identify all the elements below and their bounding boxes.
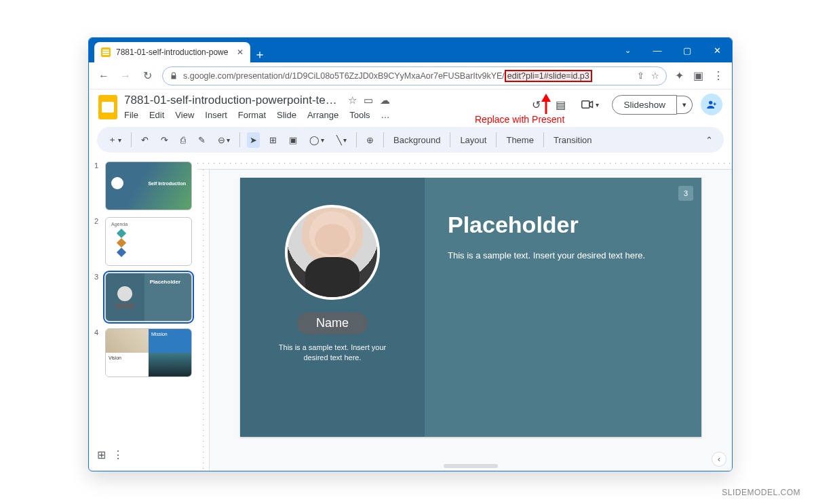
new-slide-button[interactable]: ＋▾ <box>105 132 124 147</box>
speaker-notes-handle[interactable] <box>444 464 498 468</box>
slide-subtitle[interactable]: This is a sample text. Insert your desir… <box>448 250 678 260</box>
slide-thumbnail-4[interactable]: Mission Vision <box>105 328 192 377</box>
url-text: s.google.com/presentation/d/1D9CiL08o5T6… <box>183 71 592 81</box>
zoom-dropdown[interactable]: ⊖▾ <box>215 134 233 147</box>
lock-icon <box>170 72 178 80</box>
slides-favicon-icon <box>101 47 111 57</box>
slide-right-panel: 3 Placeholder This is a sample text. Ins… <box>425 178 701 437</box>
chevron-down-icon: ▾ <box>596 101 599 109</box>
theme-button[interactable]: Theme <box>503 134 536 147</box>
textbox-icon[interactable]: ⊞ <box>267 134 279 147</box>
hide-menus-icon[interactable]: ⌃ <box>703 134 716 147</box>
add-comment-icon[interactable]: ⊕ <box>364 134 376 147</box>
nav-forward-icon[interactable]: → <box>119 70 132 82</box>
slide-canvas[interactable]: Name This is a sample text. Insert your … <box>240 178 701 437</box>
chrome-menu-icon[interactable]: ⋮ <box>713 69 724 82</box>
nav-back-icon[interactable]: ← <box>97 70 111 82</box>
google-slides-logo-icon[interactable] <box>98 95 117 119</box>
thumb4-mission: Mission <box>149 329 191 353</box>
slide-thumbnail-2[interactable]: Agenda <box>105 217 192 266</box>
thumb3-label: Placeholder <box>150 279 186 285</box>
app-actions: ↺ ▤ ▾ Slideshow ▾ <box>528 94 722 115</box>
horizontal-ruler <box>197 157 732 170</box>
share-page-icon[interactable]: ⇧ <box>637 71 644 81</box>
avatar-image[interactable] <box>285 205 380 300</box>
thumb-number: 1 <box>94 161 101 170</box>
menu-slide[interactable]: Slide <box>277 110 296 120</box>
window-controls: ⌄ — ▢ ✕ <box>613 38 732 62</box>
address-bar-row: ← → ↻ s.google.com/presentation/d/1D9CiL… <box>89 62 732 90</box>
line-dropdown[interactable]: ╲▾ <box>334 134 349 147</box>
menu-more[interactable]: … <box>381 110 390 120</box>
slide-stage[interactable]: Name This is a sample text. Insert your … <box>210 170 732 471</box>
insert-image-icon[interactable]: ▣ <box>286 134 300 147</box>
tab-close-icon[interactable]: ✕ <box>237 47 244 57</box>
bookmark-star-icon[interactable]: ☆ <box>651 71 659 81</box>
thumb-number: 4 <box>94 328 101 336</box>
window-maximize-icon[interactable]: ▢ <box>672 38 702 62</box>
transition-button[interactable]: Transition <box>551 134 595 147</box>
browser-actions: ✦ ▣ ⋮ <box>675 69 724 82</box>
vertical-ruler <box>197 170 210 471</box>
slide-title[interactable]: Placeholder <box>448 212 678 238</box>
tab-title: 7881-01-self-introduction-powe <box>116 47 228 57</box>
version-history-icon[interactable]: ↺ <box>528 96 544 113</box>
left-description[interactable]: This is a sample text. Insert your desir… <box>278 343 387 364</box>
layout-button[interactable]: Layout <box>457 134 489 147</box>
menu-arrange[interactable]: Arrange <box>307 110 338 120</box>
url-highlight: edit?pli=1#slide=id.p3 <box>505 70 592 82</box>
browser-tab[interactable]: 7881-01-self-introduction-powe ✕ <box>94 42 250 62</box>
slideshow-dropdown[interactable]: ▾ <box>677 96 693 114</box>
doc-star-icon[interactable]: ☆ <box>348 94 357 106</box>
name-pill[interactable]: Name <box>297 312 368 334</box>
paint-format-icon[interactable]: ✎ <box>195 134 208 147</box>
page-number-badge: 3 <box>678 186 693 201</box>
thumb-number: 3 <box>94 273 101 281</box>
meet-camera-dropdown[interactable]: ▾ <box>577 96 604 113</box>
extensions-icon[interactable]: ✦ <box>675 69 684 82</box>
slide-thumbnail-1[interactable]: Self Introduction <box>105 161 192 210</box>
watermark: SLIDEMODEL.COM <box>722 488 800 497</box>
window-close-icon[interactable]: ✕ <box>702 38 732 62</box>
thumb2-label: Agenda <box>111 222 128 227</box>
grid-view-icon[interactable]: ⊞ <box>97 448 106 461</box>
new-tab-button[interactable]: ＋ <box>250 46 269 62</box>
doc-move-icon[interactable]: ▭ <box>364 94 373 106</box>
app-header: 7881-01-self-introduction-powerpoint-tem… <box>89 90 732 120</box>
menu-insert[interactable]: Insert <box>205 110 227 120</box>
menu-tools[interactable]: Tools <box>349 110 370 120</box>
thumb4-vision: Vision <box>106 353 149 376</box>
redo-icon[interactable]: ↷ <box>158 134 171 147</box>
menu-file[interactable]: File <box>124 110 138 120</box>
omnibox[interactable]: s.google.com/presentation/d/1D9CiL08o5T6… <box>162 66 667 85</box>
thumbs-more-icon[interactable]: ⋮ <box>113 448 123 461</box>
chrome-window: 7881-01-self-introduction-powe ✕ ＋ ⌄ — ▢… <box>88 37 733 471</box>
svg-point-1 <box>709 101 712 104</box>
thumb-number: 2 <box>94 217 101 225</box>
menu-format[interactable]: Format <box>238 110 266 120</box>
slideshow-button[interactable]: Slideshow <box>612 95 677 115</box>
slide-panel: 1 Self Introduction 2 Agenda 3 Placeh <box>89 157 197 471</box>
shape-dropdown[interactable]: ◯▾ <box>307 134 327 147</box>
window-minimize-icon[interactable]: — <box>642 38 672 62</box>
tab-search-icon[interactable]: ⌄ <box>613 38 642 62</box>
nav-reload-icon[interactable]: ↻ <box>140 69 154 82</box>
menu-edit[interactable]: Edit <box>149 110 164 120</box>
thumb1-label: Self Introduction <box>148 181 186 186</box>
undo-icon[interactable]: ↶ <box>138 134 151 147</box>
thumbs-footer: ⊞ ⋮ <box>94 443 192 467</box>
share-button[interactable] <box>701 94 722 115</box>
print-icon[interactable]: ⎙ <box>178 134 189 147</box>
menu-view[interactable]: View <box>175 110 194 120</box>
slide-thumbnail-3[interactable]: Placeholder <box>105 273 192 322</box>
svg-rect-0 <box>582 101 589 109</box>
doc-cloud-icon[interactable]: ☁ <box>380 94 390 106</box>
select-tool-icon[interactable]: ➤ <box>247 132 260 148</box>
apps-icon[interactable]: ▣ <box>693 69 703 82</box>
explore-button[interactable]: ‹ <box>712 452 726 467</box>
comments-icon[interactable]: ▤ <box>552 96 568 113</box>
document-title[interactable]: 7881-01-self-introduction-powerpoint-tem… <box>124 94 341 107</box>
workspace: 1 Self Introduction 2 Agenda 3 Placeh <box>89 157 732 471</box>
background-button[interactable]: Background <box>391 134 443 147</box>
person-add-icon <box>706 99 717 110</box>
